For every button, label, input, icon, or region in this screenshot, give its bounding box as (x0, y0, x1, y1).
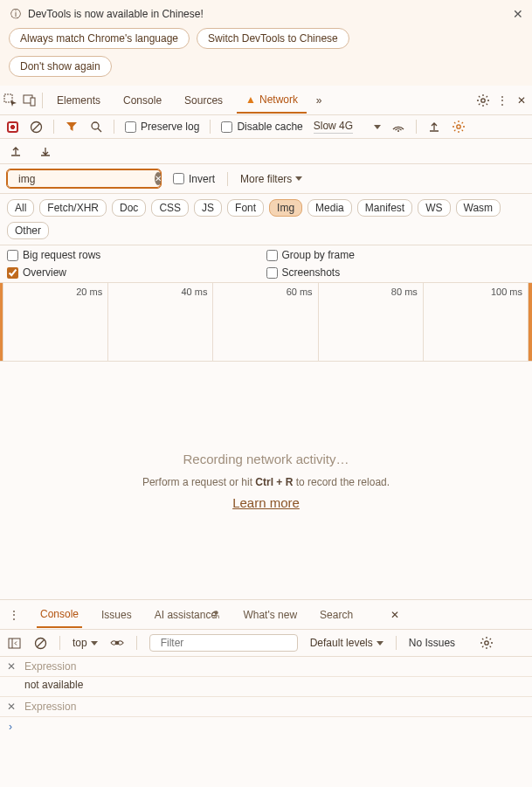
chip-js[interactable]: JS (194, 199, 222, 217)
chip-other[interactable]: Other (7, 222, 49, 239)
chip-manifest[interactable]: Manifest (357, 199, 412, 217)
close-devtools-icon[interactable]: ✕ (515, 93, 529, 107)
timeline-tick: 20 ms (3, 283, 108, 361)
svg-point-6 (92, 122, 99, 129)
sidebar-toggle-icon[interactable] (7, 636, 21, 650)
throttling-select[interactable]: Slow 4G (314, 120, 353, 134)
drawer-kebab-icon[interactable]: ⋮ (7, 608, 21, 622)
remove-expression-icon[interactable]: ✕ (7, 701, 16, 713)
learn-more-link[interactable]: Learn more (232, 495, 300, 510)
invert-checkbox[interactable]: Invert (173, 173, 215, 185)
network-toolbar: Preserve log Disable cache Slow 4G (0, 115, 532, 139)
context-select[interactable]: top (73, 637, 98, 649)
group-by-frame-checkbox[interactable]: Group by frame (266, 249, 526, 261)
tab-console[interactable]: Console (114, 88, 170, 113)
preserve-log-checkbox[interactable]: Preserve log (125, 121, 199, 133)
timeline-tick: 80 ms (319, 283, 424, 361)
live-expression-row: ✕ Expression (0, 697, 532, 717)
main-tabbar: Elements Console Sources ▲Network » ⋮ ✕ (0, 86, 532, 115)
svg-point-8 (397, 130, 399, 132)
chip-all[interactable]: All (7, 199, 34, 217)
svg-rect-10 (9, 639, 20, 648)
inspect-icon[interactable] (3, 93, 17, 107)
log-levels-select[interactable]: Default levels (310, 637, 383, 649)
clear-console-icon[interactable] (33, 636, 47, 650)
chip-font[interactable]: Font (227, 199, 264, 217)
filter-bar: ✕ Invert More filters (0, 164, 532, 194)
language-banner: ⓘ DevTools is now available in Chinese! … (0, 0, 532, 86)
live-expression-icon[interactable] (110, 636, 124, 650)
empty-title: Recording network activity… (183, 452, 349, 466)
timeline-tick: 40 ms (108, 283, 213, 361)
big-request-rows-checkbox[interactable]: Big request rows (7, 249, 266, 261)
settings-icon[interactable] (476, 93, 490, 107)
svg-point-3 (481, 98, 485, 101)
more-tabs-icon[interactable]: » (312, 93, 326, 107)
empty-state: Recording network activity… Perform a re… (0, 362, 532, 599)
console-prompt[interactable]: › (0, 717, 532, 736)
kebab-icon[interactable]: ⋮ (495, 93, 509, 107)
console-settings-icon[interactable] (480, 636, 494, 650)
upload-har-icon[interactable] (427, 120, 441, 134)
warning-icon: ▲ (245, 93, 256, 106)
filter-text-field[interactable] (18, 173, 149, 185)
tab-sources[interactable]: Sources (176, 88, 231, 113)
svg-point-9 (457, 125, 460, 128)
drawer-tab-issues[interactable]: Issues (98, 603, 135, 627)
network-conditions-icon[interactable] (391, 120, 405, 134)
switch-language-button[interactable]: Switch DevTools to Chinese (197, 28, 349, 49)
chip-fetch-xhr[interactable]: Fetch/XHR (39, 199, 107, 217)
tab-network[interactable]: ▲Network (237, 87, 307, 114)
screenshots-checkbox[interactable]: Screenshots (266, 266, 526, 279)
no-issues-label[interactable]: No Issues (409, 637, 455, 649)
flask-icon: ⚗ (211, 609, 220, 621)
svg-rect-2 (31, 98, 35, 106)
console-drawer: ⋮ Console Issues AI assistance ⚗ What's … (0, 599, 532, 787)
filter-toggle-icon[interactable] (65, 120, 79, 134)
svg-line-5 (32, 123, 39, 130)
chip-img[interactable]: Img (269, 199, 302, 217)
clear-filter-icon[interactable]: ✕ (155, 172, 162, 185)
overview-checkbox[interactable]: Overview (7, 266, 266, 279)
search-icon[interactable] (89, 120, 103, 134)
close-drawer-icon[interactable]: ✕ (388, 608, 402, 622)
info-icon: ⓘ (9, 7, 23, 21)
more-filters-dropdown[interactable]: More filters (240, 173, 302, 185)
export-har-icon[interactable] (9, 144, 23, 158)
drawer-tab-whatsnew[interactable]: What's new (239, 603, 301, 627)
drawer-tab-ai[interactable]: AI assistance ⚗ (151, 603, 225, 627)
svg-line-7 (98, 128, 101, 132)
remove-expression-icon[interactable]: ✕ (7, 660, 16, 673)
network-settings-icon[interactable] (452, 120, 466, 134)
tab-elements[interactable]: Elements (48, 88, 109, 113)
console-toolbar: top Default levels No Issues (0, 630, 532, 657)
timeline-tick: 100 ms (424, 283, 529, 361)
har-row (0, 139, 532, 164)
dont-show-again-button[interactable]: Don't show again (9, 56, 112, 77)
svg-point-15 (485, 641, 488, 645)
drawer-tab-console[interactable]: Console (37, 602, 82, 628)
chip-wasm[interactable]: Wasm (456, 199, 501, 217)
record-button[interactable] (7, 121, 18, 133)
console-filter-input[interactable] (149, 634, 298, 652)
match-language-button[interactable]: Always match Chrome's language (9, 28, 190, 49)
close-icon[interactable]: ✕ (513, 7, 523, 21)
timeline-tick: 60 ms (213, 283, 318, 361)
disable-cache-checkbox[interactable]: Disable cache (221, 121, 302, 133)
device-toggle-icon[interactable] (23, 93, 37, 107)
clear-icon[interactable] (29, 120, 43, 134)
expression-placeholder[interactable]: Expression (24, 660, 76, 673)
import-har-icon[interactable] (38, 144, 52, 158)
filter-input[interactable]: ✕ (7, 169, 161, 188)
drawer-tab-search[interactable]: Search (316, 603, 356, 627)
expression-placeholder[interactable]: Expression (24, 701, 76, 713)
svg-line-13 (37, 639, 44, 646)
throttling-chevron-icon[interactable] (374, 125, 381, 129)
banner-message: DevTools is now available in Chinese! (28, 8, 204, 20)
chip-doc[interactable]: Doc (112, 199, 146, 217)
overview-timeline[interactable]: 20 ms 40 ms 60 ms 80 ms 100 ms (0, 283, 532, 362)
chip-css[interactable]: CSS (151, 199, 189, 217)
chip-ws[interactable]: WS (418, 199, 450, 217)
empty-hint: Perform a request or hit Ctrl + R to rec… (142, 473, 390, 488)
chip-media[interactable]: Media (307, 199, 352, 217)
